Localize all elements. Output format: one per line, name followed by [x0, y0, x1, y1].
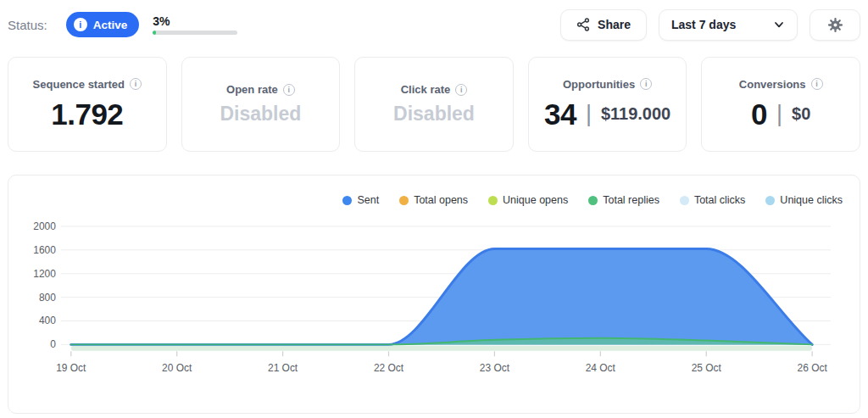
svg-text:25 Oct: 25 Oct: [692, 362, 722, 374]
stat-card-open-rate: Open rate i Disabled: [181, 57, 341, 152]
progress-fill: [153, 31, 156, 35]
legend-label: Total replies: [603, 194, 659, 206]
stat-divider: |: [776, 101, 782, 127]
stat-value: 1.792: [51, 98, 123, 131]
legend-item-unique-opens[interactable]: Unique opens: [488, 194, 568, 206]
legend-item-total-opens[interactable]: Total opens: [399, 194, 468, 206]
svg-text:24 Oct: 24 Oct: [586, 362, 616, 374]
chart-card: SentTotal opensUnique opensTotal replies…: [8, 175, 860, 414]
legend-dot-icon: [488, 196, 498, 205]
stat-card-sequence-started: Sequence started i 1.792: [8, 57, 167, 152]
progress-percent-label: 3%: [153, 14, 237, 28]
svg-text:1600: 1600: [33, 244, 56, 256]
svg-text:400: 400: [39, 315, 56, 326]
share-button-label: Share: [598, 18, 631, 31]
legend-dot-icon: [680, 196, 689, 205]
svg-text:19 Oct: 19 Oct: [56, 362, 86, 374]
stat-label: Click rate: [401, 83, 451, 96]
svg-text:23 Oct: 23 Oct: [480, 362, 510, 374]
status-badge-label: Active: [93, 19, 128, 31]
svg-text:800: 800: [39, 292, 56, 304]
info-icon: i: [74, 18, 87, 31]
legend-item-sent[interactable]: Sent: [342, 194, 379, 206]
chart-legend: SentTotal opensUnique opensTotal replies…: [22, 194, 843, 206]
svg-text:26 Oct: 26 Oct: [798, 362, 828, 374]
legend-label: Total opens: [414, 194, 468, 206]
legend-label: Unique opens: [503, 194, 568, 206]
stat-divider: |: [586, 101, 592, 127]
sequence-report-page: Status: i Active 3%: [0, 0, 868, 418]
info-icon[interactable]: i: [130, 78, 142, 90]
topbar: Status: i Active 3%: [8, 7, 860, 42]
svg-text:1200: 1200: [33, 268, 56, 280]
stat-secondary-value: $0: [792, 104, 810, 124]
legend-label: Unique clicks: [780, 194, 843, 206]
date-range-select[interactable]: Last 7 days: [659, 9, 798, 41]
status-active-badge[interactable]: i Active: [66, 12, 140, 37]
progress-bar: [153, 31, 237, 35]
stat-value: Disabled: [393, 103, 475, 125]
chevron-down-icon: [773, 19, 785, 31]
legend-dot-icon: [588, 196, 598, 205]
stat-card-conversions: Conversions i 0 | $0: [701, 57, 860, 152]
legend-item-unique-clicks[interactable]: Unique clicks: [765, 194, 843, 206]
gear-icon: [827, 17, 843, 33]
svg-text:21 Oct: 21 Oct: [268, 362, 298, 374]
date-range-value: Last 7 days: [671, 18, 736, 31]
svg-text:2000: 2000: [33, 220, 56, 232]
info-icon[interactable]: i: [455, 84, 467, 96]
legend-item-total-replies[interactable]: Total replies: [588, 194, 659, 206]
stats-row: Sequence started i 1.792 Open rate i Dis…: [8, 57, 860, 152]
svg-text:22 Oct: 22 Oct: [374, 362, 404, 374]
info-icon[interactable]: i: [283, 84, 295, 96]
chart-canvas[interactable]: 040080012001600200019 Oct20 Oct21 Oct22 …: [22, 218, 846, 383]
stat-label: Opportunities: [563, 78, 635, 91]
legend-item-total-clicks[interactable]: Total clicks: [680, 194, 745, 206]
sequence-progress: 3%: [153, 14, 237, 35]
svg-text:20 Oct: 20 Oct: [162, 362, 192, 374]
legend-dot-icon: [342, 196, 352, 205]
stat-card-opportunities: Opportunities i 34 | $119.000: [528, 57, 687, 152]
stat-label: Open rate: [226, 83, 278, 96]
svg-text:0: 0: [50, 338, 56, 350]
legend-dot-icon: [765, 196, 775, 205]
stat-label: Sequence started: [33, 78, 125, 91]
share-icon: [576, 18, 590, 31]
stat-value: Disabled: [220, 103, 301, 125]
info-icon[interactable]: i: [811, 78, 823, 90]
stat-card-click-rate: Click rate i Disabled: [354, 57, 514, 152]
stat-value: 0: [751, 98, 767, 131]
stat-secondary-value: $119.000: [601, 104, 670, 124]
legend-label: Total clicks: [694, 194, 745, 206]
share-button[interactable]: Share: [560, 9, 647, 41]
status-label: Status:: [8, 18, 47, 32]
info-icon[interactable]: i: [640, 78, 652, 90]
legend-label: Sent: [357, 194, 379, 206]
legend-dot-icon: [399, 196, 409, 205]
settings-button[interactable]: [810, 9, 860, 41]
stat-label: Conversions: [739, 78, 806, 91]
topbar-actions: Share Last 7 days: [560, 9, 860, 41]
stat-value: 34: [544, 98, 576, 131]
